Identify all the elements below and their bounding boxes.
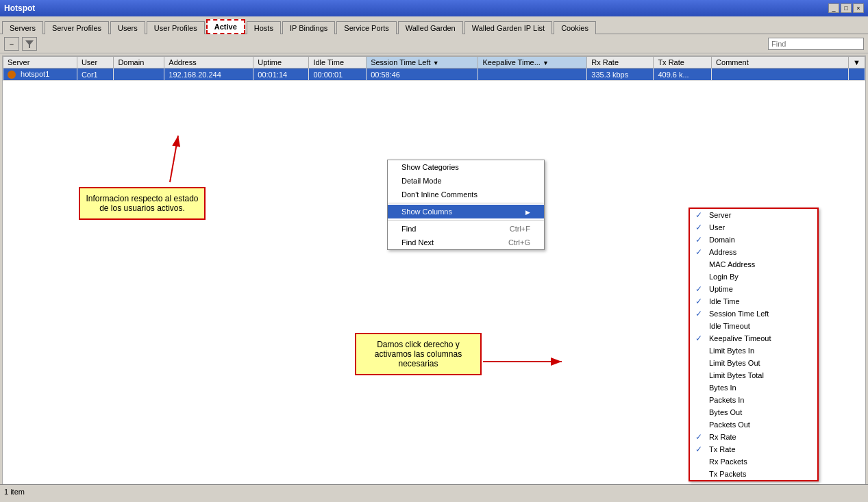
tab-server-profiles[interactable]: Server Profiles	[45, 21, 109, 34]
tab-ip-bindings[interactable]: IP Bindings	[282, 21, 335, 34]
sub-rx-packets[interactable]: ✓Rx Packets	[690, 455, 817, 468]
tab-walled-garden[interactable]: Walled Garden	[398, 21, 463, 34]
sub-limit-bytes-out[interactable]: ✓Limit Bytes Out	[690, 357, 817, 369]
minus-button[interactable]: −	[4, 37, 19, 51]
sub-bytes-in[interactable]: ✓Bytes In	[690, 381, 817, 394]
ctx-separator-1	[388, 203, 544, 203]
ctx-detail-mode[interactable]: Detail Mode	[388, 174, 544, 188]
col-session-time-left[interactable]: Session Time Left ▼	[367, 57, 478, 68]
annotation-box-2: Damos click derecho y activamos las colu…	[355, 333, 482, 375]
search-box	[768, 38, 864, 50]
sub-address[interactable]: ✓Address	[690, 246, 817, 258]
table-header-row: Server User Domain Address Uptime Idle T…	[3, 57, 865, 68]
sub-limit-bytes-total[interactable]: ✓Limit Bytes Total	[690, 369, 817, 381]
cell-session-time-left: 00:58:46	[367, 68, 478, 81]
maximize-button[interactable]: □	[841, 3, 852, 13]
col-server[interactable]: Server	[3, 57, 77, 68]
sub-tx-rate[interactable]: ✓Tx Rate	[690, 443, 817, 455]
tab-user-profiles[interactable]: User Profiles	[147, 21, 205, 34]
ctx-show-categories[interactable]: Show Categories	[388, 160, 544, 174]
svg-marker-0	[25, 40, 34, 48]
cell-comment	[712, 68, 849, 81]
columns-submenu: ✓Server ✓User ✓Domain ✓Address ✓MAC Addr…	[689, 208, 819, 481]
col-uptime[interactable]: Uptime	[253, 57, 309, 68]
title-bar: Hotspot _ □ ×	[0, 0, 868, 16]
tab-servers[interactable]: Servers	[2, 21, 43, 34]
col-comment[interactable]: Comment	[712, 57, 849, 68]
ctx-separator-2	[388, 220, 544, 221]
row-status-icon	[8, 71, 16, 79]
window-controls: _ □ ×	[828, 3, 864, 13]
cell-tx-rate: 409.6 k...	[654, 68, 712, 81]
tab-service-ports[interactable]: Service Ports	[336, 21, 396, 34]
tab-hosts[interactable]: Hosts	[247, 21, 281, 34]
col-rx-rate[interactable]: Rx Rate	[587, 57, 654, 68]
tab-walled-garden-ip[interactable]: Walled Garden IP List	[464, 21, 552, 34]
close-button[interactable]: ×	[853, 3, 864, 13]
filter-button[interactable]	[22, 37, 37, 51]
sub-domain[interactable]: ✓Domain	[690, 234, 817, 246]
sub-rx-rate[interactable]: ✓Rx Rate	[690, 431, 817, 443]
tab-cookies[interactable]: Cookies	[554, 21, 596, 34]
sub-mac-address[interactable]: ✓MAC Address	[690, 258, 817, 271]
window-title: Hotspot	[4, 3, 35, 13]
ctx-dont-inline[interactable]: Don't Inline Comments	[388, 188, 544, 201]
sub-server[interactable]: ✓Server	[690, 209, 817, 221]
items-count: 1 item	[4, 488, 25, 496]
ctx-find-next[interactable]: Find Next Ctrl+G	[388, 236, 544, 249]
sub-user[interactable]: ✓User	[690, 221, 817, 234]
toolbar: −	[0, 34, 868, 53]
cell-uptime: 00:01:14	[253, 68, 309, 81]
sub-session-time-left[interactable]: ✓Session Time Left	[690, 308, 817, 320]
cell-keepalive	[478, 68, 587, 81]
sub-packets-in[interactable]: ✓Packets In	[690, 394, 817, 406]
filter-icon	[25, 39, 34, 49]
annotation-text-1: Informacion respecto al estado de los us…	[86, 194, 198, 213]
annotation-box-1: Informacion respecto al estado de los us…	[79, 187, 206, 220]
main-content: Server User Domain Address Uptime Idle T…	[0, 53, 868, 498]
cell-idle-time: 00:00:01	[309, 68, 367, 81]
tab-users[interactable]: Users	[110, 21, 145, 34]
sub-idle-time[interactable]: ✓Idle Time	[690, 295, 817, 308]
cell-address: 192.168.20.244	[164, 68, 253, 81]
search-input[interactable]	[768, 38, 864, 50]
col-expand[interactable]: ▼	[849, 57, 865, 68]
col-domain[interactable]: Domain	[114, 57, 164, 68]
minimize-button[interactable]: _	[828, 3, 839, 13]
ctx-find[interactable]: Find Ctrl+F	[388, 222, 544, 236]
data-table: Server User Domain Address Uptime Idle T…	[3, 56, 865, 81]
tab-active[interactable]: Active	[206, 19, 245, 34]
ctx-show-columns[interactable]: Show Columns	[388, 205, 544, 218]
sub-tx-packets[interactable]: ✓Tx Packets	[690, 468, 817, 480]
sub-keepalive-timeout[interactable]: ✓Keepalive Timeout	[690, 332, 817, 344]
cell-expand-row	[849, 68, 865, 81]
sub-uptime[interactable]: ✓Uptime	[690, 283, 817, 295]
col-user[interactable]: User	[77, 57, 114, 68]
sub-bytes-out[interactable]: ✓Bytes Out	[690, 406, 817, 418]
cell-rx-rate: 335.3 kbps	[587, 68, 654, 81]
col-keepalive[interactable]: Keepalive Time... ▼	[478, 57, 587, 68]
cell-domain	[114, 68, 164, 81]
col-idle-time[interactable]: Idle Time	[309, 57, 367, 68]
col-address[interactable]: Address	[164, 57, 253, 68]
col-tx-rate[interactable]: Tx Rate	[654, 57, 712, 68]
annotation-text-2: Damos click derecho y activamos las colu…	[375, 340, 462, 368]
sub-login-by[interactable]: ✓Login By	[690, 271, 817, 283]
sub-packets-out[interactable]: ✓Packets Out	[690, 418, 817, 431]
tab-bar: Servers Server Profiles Users User Profi…	[0, 16, 868, 34]
cell-user: Cor1	[77, 68, 114, 81]
sub-limit-bytes-in[interactable]: ✓Limit Bytes In	[690, 344, 817, 357]
cell-server: hotspot1	[3, 68, 77, 81]
sub-idle-timeout[interactable]: ✓Idle Timeout	[690, 320, 817, 332]
status-bar: 1 item	[0, 484, 868, 498]
context-menu: Show Categories Detail Mode Don't Inline…	[387, 160, 545, 250]
table-row[interactable]: hotspot1 Cor1 192.168.20.244 00:01:14 00…	[3, 68, 865, 81]
submenu-arrow-icon	[525, 208, 530, 216]
